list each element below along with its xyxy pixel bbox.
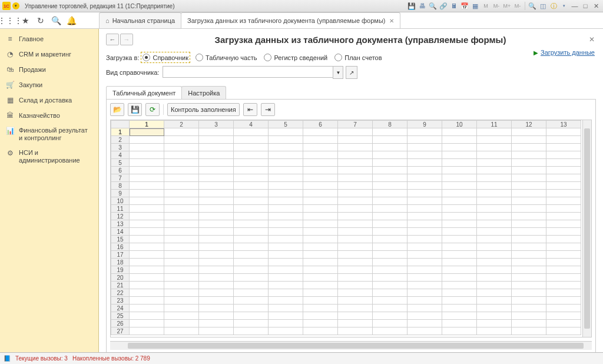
radio-dot-icon xyxy=(264,54,271,61)
grid-icon[interactable]: ▦ xyxy=(471,1,480,11)
window-title: Управление торговлей, редакция 11 (1С:Пр… xyxy=(25,3,175,9)
sidebar-icon: ◔ xyxy=(6,50,14,58)
nav-forward-button[interactable]: → xyxy=(120,34,133,45)
tab-home[interactable]: ⌂ Начальная страница xyxy=(99,12,181,28)
sidebar-icon: 🛒 xyxy=(6,81,14,89)
calc-icon[interactable]: 🖩 xyxy=(449,1,459,11)
radio-3[interactable]: План счетов xyxy=(334,54,382,61)
page-title: Загрузка данных из табличного документа … xyxy=(133,35,588,45)
load-data-link[interactable]: ▶ Загрузить данные xyxy=(534,49,595,56)
sidebar-icon: 🏛 xyxy=(6,111,14,120)
link-icon[interactable]: 🔗 xyxy=(439,1,448,11)
sidebar-item-3[interactable]: 🛒Закупки xyxy=(0,77,98,92)
load-target-radio-group: СправочникТабличную частьРегистр сведени… xyxy=(143,54,382,61)
radio-dot-icon xyxy=(143,54,150,61)
history-icon[interactable]: ↻ xyxy=(35,15,46,26)
save-file-icon: 💾 xyxy=(131,105,140,114)
home-icon: ⌂ xyxy=(105,17,110,24)
main-panel: ← → Загрузка данных из табличного докуме… xyxy=(99,29,603,354)
close-window-icon[interactable]: ✕ xyxy=(591,1,601,11)
m-label-icon[interactable]: M xyxy=(481,1,491,11)
content-tabs: Табличный документНастройка xyxy=(106,86,596,100)
sidebar-item-2[interactable]: 🛍Продажи xyxy=(0,62,98,77)
sheet-toolbar: 📂 💾 ⟳ Контроль заполнения ⇤ ⇥ xyxy=(107,100,595,120)
horizontal-scrollbar[interactable] xyxy=(110,341,592,350)
open-file-icon: 📂 xyxy=(113,105,122,114)
load-into-label: Загрузка в: xyxy=(106,54,139,61)
tab-active[interactable]: Загрузка данных из табличного документа … xyxy=(181,12,400,28)
refresh-icon: ⟳ xyxy=(150,105,155,114)
radio-0[interactable]: Справочник xyxy=(143,54,188,61)
status-accum: Накопленные вызовы: 2 789 xyxy=(72,355,150,362)
sidebar-item-7[interactable]: ⚙НСИ и администрирование xyxy=(0,145,98,168)
radio-label: Справочник xyxy=(153,54,188,61)
sidebar-item-label: Казначейство xyxy=(19,112,60,120)
app-menu-drop-icon[interactable]: ▾ xyxy=(12,2,19,9)
radio-2[interactable]: Регистр сведений xyxy=(264,54,327,61)
panels-icon[interactable]: ◫ xyxy=(538,1,548,11)
spr-type-label: Вид справочника: xyxy=(106,69,159,76)
col-left-button[interactable]: ⇤ xyxy=(243,103,257,116)
search-icon[interactable]: 🔍 xyxy=(51,15,61,26)
m-end-icon[interactable]: M- xyxy=(513,1,522,11)
sidebar-item-label: Финансовый результат и контроллинг xyxy=(19,127,92,142)
load-data-link-label: Загрузить данные xyxy=(541,49,595,56)
content-tab-0[interactable]: Табличный документ xyxy=(106,86,182,100)
perf-icon: 📘 xyxy=(4,355,11,362)
sidebar-item-label: Продажи xyxy=(19,66,46,74)
preview-icon[interactable]: 🔍 xyxy=(428,1,438,11)
sidebar-item-label: Главное xyxy=(19,35,44,43)
sidebar-item-0[interactable]: ≡Главное xyxy=(0,31,98,47)
sidebar-item-6[interactable]: 📊Финансовый результат и контроллинг xyxy=(0,123,98,145)
vertical-scrollbar[interactable] xyxy=(582,120,591,337)
zoom-icon[interactable]: 🔍 xyxy=(528,1,537,11)
radio-label: Табличную часть xyxy=(206,54,257,61)
minimize-icon[interactable]: — xyxy=(570,1,579,11)
sidebar: ≡Главное◔CRM и маркетинг🛍Продажи🛒Закупки… xyxy=(0,29,99,354)
m-minus-icon[interactable]: M- xyxy=(492,1,501,11)
save-icon[interactable]: 💾 xyxy=(407,1,416,11)
sidebar-item-4[interactable]: ▦Склад и доставка xyxy=(0,92,98,108)
sidebar-icon: ≡ xyxy=(6,35,14,43)
content-tab-1[interactable]: Настройка xyxy=(181,86,226,100)
col-right-button[interactable]: ⇥ xyxy=(261,103,275,116)
tab-active-label: Загрузка данных из табличного документа … xyxy=(187,17,385,24)
m-plus-icon[interactable]: M+ xyxy=(502,1,512,11)
sidebar-item-5[interactable]: 🏛Казначейство xyxy=(0,108,98,123)
calendar-icon[interactable]: 📅 xyxy=(460,1,469,11)
sidebar-item-1[interactable]: ◔CRM и маркетинг xyxy=(0,47,98,62)
nav-back-button[interactable]: ← xyxy=(106,34,119,45)
fill-check-button[interactable]: Контроль заполнения xyxy=(167,103,240,116)
open-file-button[interactable]: 📂 xyxy=(110,103,124,116)
bell-icon[interactable]: 🔔 xyxy=(66,15,77,26)
spr-type-input[interactable] xyxy=(163,66,333,78)
info-drop-icon[interactable]: ▾ xyxy=(559,1,569,11)
save-file-button[interactable]: 💾 xyxy=(128,103,142,116)
tab-close-icon[interactable]: ✕ xyxy=(389,18,394,24)
app-logo-icon: 1C xyxy=(2,2,11,10)
play-icon: ▶ xyxy=(534,49,538,56)
status-bar: 📘 Текущие вызовы: 3 Накопленные вызовы: … xyxy=(0,352,603,364)
favorite-icon[interactable]: ★ xyxy=(20,15,31,26)
sidebar-icon: ▦ xyxy=(6,96,14,104)
radio-1[interactable]: Табличную часть xyxy=(196,54,257,61)
spr-type-drop-icon[interactable]: ▼ xyxy=(333,66,343,79)
sidebar-item-label: НСИ и администрирование xyxy=(19,149,92,164)
sidebar-icon: 📊 xyxy=(6,127,14,135)
refresh-button[interactable]: ⟳ xyxy=(145,103,160,116)
sidebar-item-label: Закупки xyxy=(19,81,42,89)
sidebar-item-label: Склад и доставка xyxy=(19,97,72,104)
col-left-icon: ⇤ xyxy=(247,105,253,114)
info-icon[interactable]: ⓘ xyxy=(549,1,558,11)
spr-type-open-icon[interactable]: ↗ xyxy=(346,66,357,79)
radio-dot-icon xyxy=(334,54,342,61)
print-icon[interactable]: 🖶 xyxy=(418,1,427,11)
maximize-icon[interactable]: □ xyxy=(581,1,590,11)
apps-icon[interactable]: ⋮⋮⋮ xyxy=(5,15,15,26)
sidebar-icon: ⚙ xyxy=(6,149,14,157)
tab-home-label: Начальная страница xyxy=(112,17,175,24)
status-current: Текущие вызовы: 3 xyxy=(15,355,68,362)
spreadsheet[interactable]: 1234567891011121312345678910111213141516… xyxy=(111,120,582,337)
sidebar-item-label: CRM и маркетинг xyxy=(19,51,71,58)
close-page-icon[interactable]: ✕ xyxy=(588,35,596,44)
